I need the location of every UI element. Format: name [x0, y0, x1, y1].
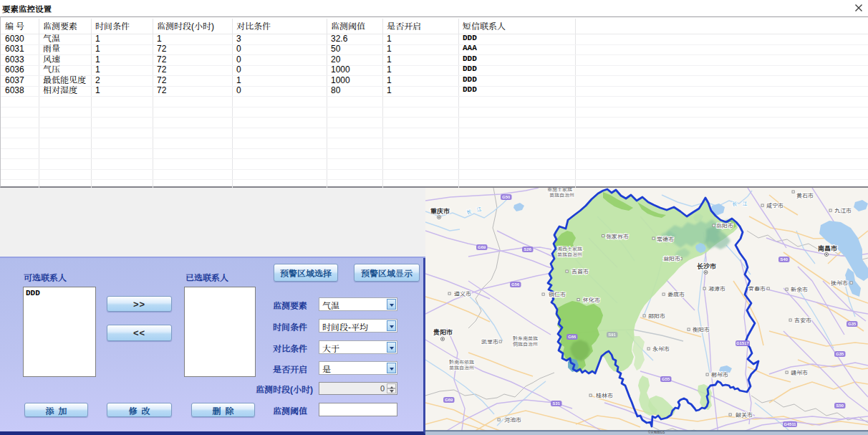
- svg-text:G69: G69: [445, 396, 453, 403]
- svg-text:岳阳市: 岳阳市: [716, 221, 733, 229]
- svg-text:S26: S26: [524, 246, 532, 252]
- svg-text:G4511: G4511: [783, 421, 796, 427]
- svg-text:贵阳市: 贵阳市: [433, 328, 453, 337]
- svg-text:湘潭市: 湘潭市: [708, 285, 725, 292]
- svg-text:侗族自治州: 侗族自治州: [513, 340, 538, 348]
- svg-text:桂林市: 桂林市: [596, 391, 613, 399]
- svg-text:永州市: 永州市: [652, 345, 670, 353]
- svg-text:G69: G69: [478, 244, 486, 250]
- svg-text:重庆市: 重庆市: [430, 206, 450, 216]
- svg-text:G56: G56: [511, 281, 520, 287]
- svg-text:G66: G66: [568, 333, 577, 340]
- svg-text:G1517: G1517: [736, 340, 748, 346]
- svg-text:河池市: 河池市: [504, 416, 521, 424]
- svg-text:郴州市: 郴州市: [711, 371, 728, 378]
- svg-text:常德市: 常德市: [657, 235, 674, 243]
- svg-text:G55: G55: [662, 376, 670, 382]
- svg-text:S31: S31: [553, 400, 561, 406]
- svg-text:南昌市: 南昌市: [818, 244, 837, 253]
- svg-text:益阳市: 益阳市: [663, 254, 680, 262]
- svg-text:宜春市: 宜春市: [748, 285, 766, 292]
- svg-text:G35: G35: [836, 350, 844, 357]
- svg-text:张家界市: 张家界市: [606, 232, 629, 240]
- svg-text:S40: S40: [781, 256, 788, 262]
- svg-text:新余市: 新余市: [791, 285, 808, 293]
- svg-text:韶关市: 韶关市: [736, 411, 753, 419]
- svg-text:邵阳市: 邵阳市: [648, 312, 665, 320]
- svg-text:长 江: 长 江: [732, 200, 750, 207]
- svg-text:九江市: 九江市: [834, 206, 852, 214]
- svg-text:抚州市: 抚州市: [831, 279, 848, 287]
- svg-text:咸宁市: 咸宁市: [766, 201, 783, 209]
- svg-text:吉安市: 吉安市: [794, 316, 811, 324]
- svg-text:长沙市: 长沙市: [697, 262, 716, 271]
- svg-text:遵义市: 遵义市: [454, 290, 471, 297]
- svg-text:黄石市: 黄石市: [796, 191, 814, 199]
- svg-text:苗族自治州: 苗族自治州: [557, 251, 582, 258]
- svg-text:赣州市: 赣州市: [791, 368, 808, 376]
- svg-text:S91: S91: [608, 331, 616, 338]
- svg-text:G35: G35: [848, 320, 857, 327]
- svg-text:S50: S50: [836, 402, 844, 408]
- svg-text:娄底市: 娄底市: [667, 290, 685, 298]
- svg-text:铜仁市: 铜仁市: [549, 290, 566, 298]
- svg-text:©天地图GS: ©天地图GS: [648, 430, 665, 434]
- svg-text:凯里市: 凯里市: [481, 338, 498, 345]
- svg-text:苗族自治州: 苗族自治州: [549, 191, 574, 199]
- svg-text:G50: G50: [502, 193, 510, 200]
- svg-text:衡阳市: 衡阳市: [693, 325, 710, 333]
- svg-text:怀化市: 怀化市: [583, 296, 600, 304]
- svg-text:吉首市: 吉首市: [572, 267, 589, 275]
- svg-text:苗族自治州: 苗族自治州: [449, 364, 474, 371]
